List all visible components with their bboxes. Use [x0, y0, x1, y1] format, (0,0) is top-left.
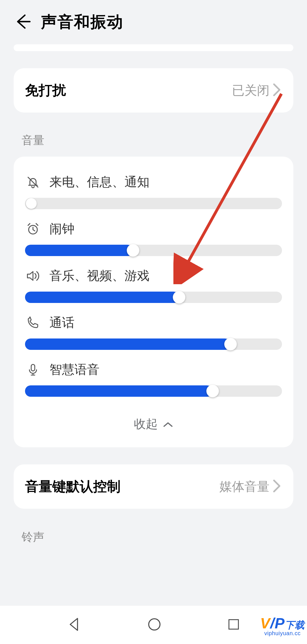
slider-thumb[interactable] — [127, 244, 139, 257]
nav-home-icon[interactable] — [146, 616, 162, 633]
speaker-icon — [25, 268, 41, 284]
watermark: V/P下载 viphuiyuan.cc — [260, 615, 305, 637]
slider-fill — [25, 385, 213, 397]
collapse-button[interactable]: 收起 — [25, 408, 282, 444]
slider-fill — [25, 292, 179, 303]
bell-off-icon — [25, 174, 41, 190]
slider-fill — [25, 245, 133, 256]
volkey-label: 音量键默认控制 — [25, 477, 121, 496]
slider-thumb[interactable] — [173, 291, 185, 304]
slider-thumb[interactable] — [224, 338, 237, 350]
watermark-brand: V/P下载 — [260, 615, 305, 632]
slider-ring[interactable] — [25, 198, 282, 209]
volume-label-ring: 来电、信息、通知 — [49, 174, 150, 190]
volume-label-voice: 智慧语音 — [49, 361, 99, 378]
slider-voice[interactable] — [25, 385, 282, 397]
slider-call[interactable] — [25, 338, 282, 350]
volume-label-call: 通话 — [49, 314, 74, 331]
volkey-card: 音量键默认控制 媒体音量 — [14, 464, 293, 509]
volume-item-media: 音乐、视频、游戏 — [25, 267, 282, 303]
watermark-domain: viphuiyuan.cc — [260, 630, 305, 637]
chevron-right-icon — [272, 479, 282, 494]
svg-rect-4 — [229, 620, 238, 629]
slider-fill — [25, 338, 231, 350]
volkey-value: 媒体音量 — [219, 478, 269, 495]
slider-alarm[interactable] — [25, 245, 282, 256]
chevron-right-icon — [272, 83, 282, 98]
volkey-right: 媒体音量 — [219, 478, 282, 495]
volume-item-voice: 智慧语音 — [25, 361, 282, 397]
phone-icon — [25, 315, 41, 331]
volume-item-ring: 来电、信息、通知 — [25, 174, 282, 209]
back-icon[interactable] — [14, 13, 31, 31]
dnd-label: 免打扰 — [25, 81, 66, 99]
volume-key-default-row[interactable]: 音量键默认控制 媒体音量 — [14, 464, 293, 509]
volume-label-alarm: 闹钟 — [49, 221, 74, 237]
do-not-disturb-row[interactable]: 免打扰 已关闭 — [14, 68, 293, 113]
nav-recents-icon[interactable] — [227, 617, 241, 633]
volume-section-heading: 音量 — [22, 132, 307, 148]
previous-card-edge — [14, 44, 293, 51]
page-title: 声音和振动 — [41, 11, 123, 33]
volume-label-media: 音乐、视频、游戏 — [49, 267, 150, 284]
dnd-right: 已关闭 — [232, 82, 282, 99]
nav-back-icon[interactable] — [66, 616, 82, 633]
dnd-card: 免打扰 已关闭 — [14, 68, 293, 113]
slider-thumb[interactable] — [206, 385, 219, 397]
microphone-icon — [25, 362, 41, 378]
dnd-value: 已关闭 — [232, 82, 269, 99]
chevron-up-icon — [163, 417, 173, 431]
ringtone-section-heading: 铃声 — [22, 529, 307, 545]
collapse-label: 收起 — [134, 416, 158, 432]
svg-rect-1 — [31, 364, 35, 371]
volume-item-alarm: 闹钟 — [25, 221, 282, 256]
slider-thumb[interactable] — [26, 198, 37, 209]
svg-point-3 — [149, 619, 160, 630]
volume-card: 来电、信息、通知 闹钟 — [14, 157, 293, 447]
header: 声音和振动 — [0, 0, 307, 44]
alarm-clock-icon — [25, 221, 41, 237]
slider-media[interactable] — [25, 292, 282, 303]
volume-item-call: 通话 — [25, 314, 282, 350]
